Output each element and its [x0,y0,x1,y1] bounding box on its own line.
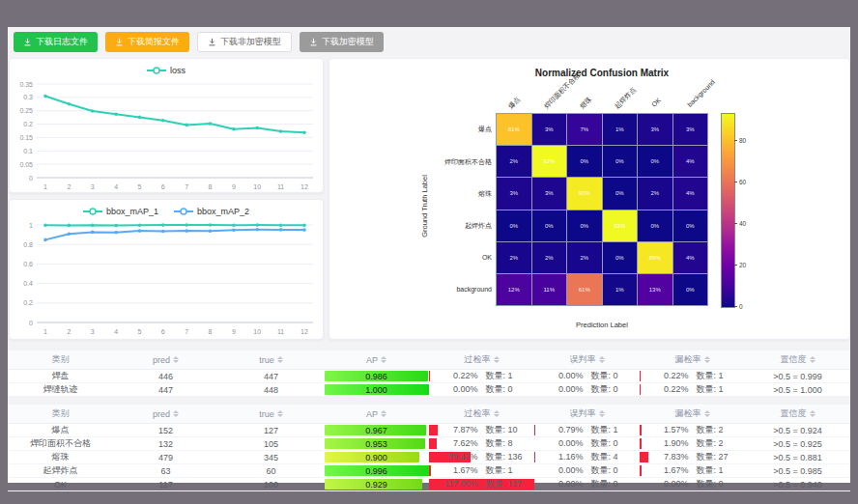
rate-percent: 0.00% [537,464,584,477]
legend-item-bbox-map-2[interactable]: bbox_mAP_2 [174,207,249,216]
pred-count-cell: 479 [113,451,218,464]
column-header-over-rate[interactable]: 过检率 [429,405,534,424]
matrix-row-label: 爆点 [384,125,492,134]
rate-percent: 0.22% [643,383,689,396]
ap-value: 0.967 [324,426,429,435]
svg-text:0.25: 0.25 [19,107,33,114]
metrics-tables-section: 类别predtrueAP过检率误判率漏检率置信度焊盘4464470.9860.2… [8,350,850,483]
matrix-cell: 93% [532,146,567,177]
column-header-confidence[interactable]: 置信度 [745,405,850,424]
column-header-ap[interactable]: AP [324,405,429,424]
confidence-cell: >0.5 = 0.999 [745,370,850,383]
download-report-button[interactable]: 下载简报文件 [105,32,189,52]
colorbar-tick [734,306,737,307]
sort-carets-icon [810,410,815,417]
column-header-label: AP [366,409,378,419]
column-header-over-rate[interactable]: 过检率 [429,350,534,370]
column-header-label: 类别 [52,353,70,366]
column-header-label: 类别 [52,407,70,420]
metrics-table: 类别predtrueAP过检率误判率漏检率置信度爆点1521270.9677.8… [8,405,850,491]
column-header-true[interactable]: true [218,350,324,370]
svg-text:5: 5 [138,183,142,190]
legend-item-loss[interactable]: loss [147,66,186,75]
svg-text:8: 8 [209,183,213,190]
matrix-cell: 4% [673,242,708,273]
legend-label: bbox_mAP_2 [197,207,249,216]
over-rate-cell: 117.00%数量: 117 [429,478,534,491]
confidence-cell: >0.5 = 0.881 [745,451,850,464]
matrix-cell: 1% [603,274,638,305]
rate-count: 数量: 2 [697,424,743,436]
download-report-label: 下载简报文件 [128,36,180,48]
miss-rate-cell: 7.83%数量: 27 [640,451,745,464]
matrix-cell: 7% [567,114,602,145]
download-encrypted-model-button[interactable]: 下载加密模型 [300,32,384,52]
matrix-cell: 2% [638,178,672,209]
column-header-mis-rate[interactable]: 误判率 [534,405,640,424]
ap-cell: 0.986 [324,370,429,383]
column-header-mis-rate[interactable]: 误判率 [534,350,640,370]
loss-chart-legend: loss [10,59,323,78]
over-rate-cell: 0.00%数量: 0 [429,383,534,397]
download-unencrypted-model-button[interactable]: 下载非加密模型 [197,32,292,52]
svg-text:3: 3 [91,328,95,335]
matrix-column-label: 爆点 [506,95,523,111]
sort-carets-icon [599,356,605,363]
ap-cell: 0.953 [324,437,429,451]
sort-carets-icon [704,410,710,417]
matrix-row-label: background [384,286,492,293]
column-header-confidence[interactable]: 置信度 [745,350,850,370]
column-header-miss-rate[interactable]: 漏检率 [640,405,745,424]
rate-count: 数量: 2 [697,437,743,450]
class-name-cell: 熔珠 [8,451,113,464]
matrix-column-label: 起焊炸点 [613,85,639,111]
column-header-true[interactable]: true [218,405,324,424]
loss-chart-card: loss 00.050.10.150.20.250.30.35123456789… [9,58,324,193]
rate-percent: 1.67% [643,464,689,477]
svg-text:0: 0 [29,320,33,326]
mis-rate-cell: 0.00%数量: 0 [534,478,640,491]
download-log-button[interactable]: 下载日志文件 [14,32,98,52]
class-name-cell: 起焊炸点 [8,464,113,478]
matrix-cell: 12% [497,274,531,305]
column-header-label: pred [153,355,170,365]
true-count-cell: 100 [218,478,324,491]
rate-percent: 0.00% [537,383,584,396]
miss-rate-cell: 1.67%数量: 1 [640,464,745,478]
column-header-label: 过检率 [465,353,491,366]
over-rate-cell: 0.22%数量: 1 [429,370,534,383]
column-header-pred[interactable]: pred [113,350,218,370]
miss-rate-cell: 1.90%数量: 2 [640,437,745,451]
column-header-miss-rate[interactable]: 漏检率 [640,350,745,370]
line-marker-icon [147,66,166,75]
mis-rate-cell: 0.00%数量: 0 [534,464,640,478]
matrix-cell: 11% [532,274,567,305]
column-header-ap[interactable]: AP [324,350,429,370]
sort-carets-icon [381,410,386,417]
rate-count: 数量: 0 [697,478,743,490]
matrix-cell: 3% [532,178,567,209]
rate-percent: 0.00% [432,383,478,396]
miss-rate-cell: 1.57%数量: 2 [640,424,745,437]
column-header-pred[interactable]: pred [113,405,218,424]
pred-count-cell: 447 [113,383,218,397]
matrix-cell: 90% [567,178,602,209]
class-metrics-table: 类别predtrueAP过检率误判率漏检率置信度爆点1521270.9677.8… [8,405,850,491]
rate-count: 数量: 1 [486,464,532,477]
rate-percent: 0.22% [643,370,689,382]
rate-count: 数量: 1 [486,370,532,382]
rate-count: 数量: 4 [591,451,638,463]
matrix-column-label: 熔珠 [578,95,594,111]
class-name-cell: 爆点 [8,424,113,437]
colorbar-tick [734,265,737,266]
matrix-cell: 0% [638,146,672,177]
svg-text:0.2: 0.2 [23,299,33,306]
ap-cell: 0.900 [324,451,429,464]
matrix-cell: 3% [532,114,567,145]
colorbar-tick [734,223,737,224]
svg-text:0.05: 0.05 [19,161,33,168]
class-name-cell: 焊印面积不合格 [8,437,113,451]
confusion-matrix-card: Normalized Confusion Matrix 81%3%7%1%3%3… [329,58,850,340]
legend-item-bbox-map-1[interactable]: bbox_mAP_1 [83,207,158,216]
svg-text:5: 5 [138,328,142,335]
